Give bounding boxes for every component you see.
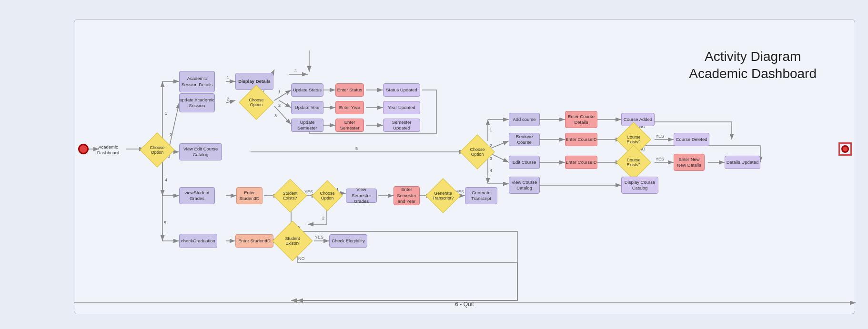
view-course-catalog: View Course Catalog [509, 177, 540, 194]
generate-transcript: Generate Transcript [465, 187, 497, 204]
check-graduation: checkGraduation [179, 234, 217, 248]
svg-text:1: 1 [165, 111, 167, 116]
svg-text:5: 5 [164, 220, 166, 225]
svg-line-24 [274, 90, 291, 100]
display-course-catalog: Display Course Catalog [621, 177, 658, 194]
svg-text:1: 1 [278, 90, 281, 94]
year-updated: Year Updated [383, 101, 420, 114]
enter-course-id-2: Enter CourseID [565, 156, 597, 169]
svg-text:YES: YES [304, 189, 313, 194]
academic-session-details: Academic Session Details [179, 71, 215, 92]
svg-text:NO: NO [298, 256, 305, 261]
update-semester: Update Semester [291, 119, 323, 132]
view-edit-course: View Edit Course Catalog [179, 143, 222, 160]
course-deleted: Course Deleted [674, 133, 709, 146]
svg-text:YES: YES [656, 157, 664, 161]
course-exists-2: Course Exists? [616, 145, 651, 180]
svg-line-60 [491, 154, 509, 162]
svg-text:2: 2 [170, 132, 172, 137]
diagram-title: Activity Diagram Academic Dashboard [689, 48, 817, 83]
check-elegibility: Check Elegibility [329, 234, 367, 248]
view-student-grades: viewStudent Grades [179, 187, 215, 204]
status-updated: Status Updated [383, 83, 420, 97]
generate-transcript-q: Generate Transcript? [425, 178, 461, 213]
quit-label: 6 - Quit [74, 299, 855, 310]
choose-option-main: Choose Option [140, 132, 175, 168]
enter-status: Enter Status [335, 83, 364, 97]
svg-text:2: 2 [278, 103, 281, 108]
choose-option-right: Choose Option [460, 134, 495, 169]
svg-line-18 [226, 100, 235, 103]
update-status: Update Status [291, 83, 323, 97]
edit-course: Edit Course [509, 156, 540, 169]
student-exists-grad: Student Exists? [273, 221, 313, 261]
diagram-container: Activity Diagram Academic Dashboard 1 2 … [74, 19, 855, 314]
svg-line-26 [279, 100, 291, 108]
end-circle-inner [841, 145, 849, 153]
details-updated: Details Updated [725, 156, 760, 169]
enter-course-details: Enter Course Details [565, 111, 597, 128]
svg-line-28 [274, 106, 291, 124]
course-added: Course Added [621, 113, 655, 126]
academic-dashboard-label: Academic Dashboard [91, 142, 125, 158]
title-text: Activity Diagram Academic Dashboard [689, 48, 817, 83]
enter-new-details: Enter New New Details [674, 154, 705, 171]
add-course: Add course [509, 113, 540, 126]
svg-text:2: 2 [227, 97, 229, 101]
svg-text:5: 5 [355, 146, 358, 151]
svg-text:4: 4 [165, 178, 167, 182]
svg-text:3: 3 [274, 113, 277, 118]
enter-student-id-grad: Enter StudentID [235, 234, 273, 248]
svg-text:2: 2 [322, 216, 324, 220]
choose-option-2: Choose Option [239, 85, 274, 120]
end-circle-outer [838, 142, 852, 156]
svg-text:YES: YES [656, 134, 664, 139]
svg-line-6 [170, 103, 179, 146]
start-circle [78, 144, 89, 154]
enter-student-id: Enter StudentID [236, 187, 262, 204]
svg-text:YES: YES [315, 235, 323, 239]
svg-text:1: 1 [490, 128, 492, 132]
student-exists: Student Exists? [273, 179, 307, 213]
semester-updated: Semester Updated [383, 119, 420, 132]
enter-course-id-1: Enter CourseID [565, 133, 597, 146]
update-year: Update Year [291, 101, 323, 114]
svg-text:1: 1 [227, 75, 229, 80]
svg-text:3: 3 [490, 156, 492, 161]
svg-text:4: 4 [294, 68, 297, 73]
choose-option-grades: Choose Option [312, 180, 343, 211]
update-academic-session: update Academic Session [179, 93, 215, 112]
enter-semester-year: Enter Semester and Year [394, 186, 420, 205]
svg-line-58 [491, 141, 509, 148]
svg-text:4: 4 [490, 168, 492, 173]
remove-course: Remove Course [509, 133, 540, 146]
view-semester-grades: View Semester Grades [346, 189, 377, 203]
enter-semester: Enter Semester [335, 119, 364, 132]
enter-year: Enter Year [335, 101, 364, 114]
